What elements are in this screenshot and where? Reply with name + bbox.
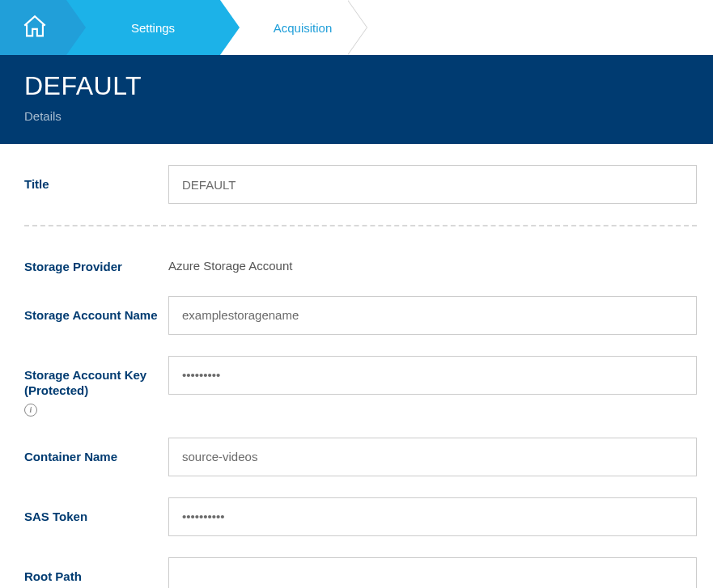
page-header: DEFAULT Details <box>0 55 713 144</box>
breadcrumb-settings[interactable]: Settings <box>66 0 220 55</box>
page-title: DEFAULT <box>24 71 689 101</box>
label-title: Title <box>24 165 168 192</box>
row-storage-account-key: Storage Account Key (Protected) i <box>24 356 697 417</box>
breadcrumb-acquisition[interactable]: Acquisition <box>220 0 366 55</box>
breadcrumb: Settings Acquisition <box>0 0 713 55</box>
input-root-path[interactable] <box>168 557 697 589</box>
row-title: Title <box>24 165 697 204</box>
row-storage-account-name: Storage Account Name <box>24 296 697 335</box>
divider <box>24 225 697 226</box>
home-icon <box>21 13 49 43</box>
input-storage-account-key[interactable] <box>168 356 697 395</box>
row-sas-token: SAS Token <box>24 497 697 536</box>
label-storage-account-name: Storage Account Name <box>24 296 168 324</box>
label-storage-account-key: Storage Account Key (Protected) i <box>24 356 168 417</box>
info-icon[interactable]: i <box>24 404 37 417</box>
breadcrumb-home[interactable] <box>0 0 66 55</box>
breadcrumb-acquisition-label: Acquisition <box>274 21 333 35</box>
input-container-name[interactable] <box>168 438 697 476</box>
breadcrumb-settings-label: Settings <box>131 21 175 35</box>
input-sas-token[interactable] <box>168 497 697 536</box>
label-sas-token: SAS Token <box>24 497 168 525</box>
input-storage-account-name[interactable] <box>168 296 697 335</box>
label-storage-provider: Storage Provider <box>24 247 168 275</box>
value-storage-provider: Azure Storage Account <box>168 247 697 273</box>
row-root-path: Root Path <box>24 557 697 589</box>
form-area: Title Storage Provider Azure Storage Acc… <box>0 144 713 588</box>
label-container-name: Container Name <box>24 438 168 465</box>
row-container-name: Container Name <box>24 438 697 476</box>
input-title[interactable] <box>168 165 697 204</box>
row-storage-provider: Storage Provider Azure Storage Account <box>24 247 697 275</box>
label-root-path: Root Path <box>24 557 168 585</box>
page-subtitle: Details <box>24 109 689 123</box>
label-storage-account-key-text: Storage Account Key (Protected) <box>24 367 168 399</box>
